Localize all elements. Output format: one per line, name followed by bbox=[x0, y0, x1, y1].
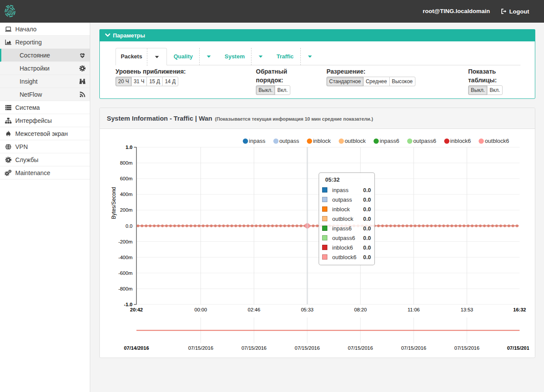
tooltip-series-name: outblock6 bbox=[332, 254, 363, 260]
gear-icon bbox=[79, 65, 86, 72]
tooltip-swatch bbox=[322, 245, 327, 250]
field-zoom-level: Уровень приближения: 20 Ч31 Ч15 Д14 Д bbox=[116, 67, 256, 95]
option-button[interactable]: Стандартное bbox=[326, 77, 364, 86]
legend-label: inpass bbox=[249, 138, 265, 144]
sidebar-item-netflow[interactable]: NetFlow bbox=[0, 88, 90, 101]
option-button[interactable]: Среднее bbox=[363, 77, 390, 86]
svg-text:-1.0: -1.0 bbox=[124, 302, 133, 307]
svg-text:07/15/2016: 07/15/2016 bbox=[507, 345, 529, 351]
option-button[interactable]: 20 Ч bbox=[116, 77, 132, 86]
list-icon bbox=[4, 104, 12, 111]
inverse-order-buttons: Выкл.Вкл. bbox=[256, 85, 326, 95]
tooltip-value: 0.0 bbox=[363, 254, 371, 260]
option-button[interactable]: Вкл. bbox=[487, 85, 503, 95]
tab-system-dropdown[interactable] bbox=[251, 48, 270, 65]
legend-item-inblock[interactable]: inblock bbox=[307, 138, 330, 144]
globe-icon bbox=[4, 143, 12, 150]
legend-item-outblock[interactable]: outblock bbox=[339, 138, 366, 144]
sidebar-item-reporting[interactable]: Reporting bbox=[0, 36, 90, 49]
cogs-icon bbox=[4, 169, 12, 176]
gear-icon bbox=[4, 156, 12, 163]
tooltip-series-name: inpass6 bbox=[332, 225, 363, 232]
show-tables-buttons: Выкл.Вкл. bbox=[468, 85, 535, 95]
area-chart-icon bbox=[4, 39, 12, 46]
legend-label: outblock bbox=[345, 138, 366, 144]
legend-item-outblock6[interactable]: outblock6 bbox=[479, 138, 509, 144]
resolution-buttons: СтандартноеСреднееВысокое bbox=[326, 77, 468, 86]
tooltip-series-name: inpass bbox=[332, 187, 363, 193]
option-button[interactable]: Выкл. bbox=[256, 85, 275, 95]
legend-label: outpass bbox=[279, 138, 299, 144]
sidebar-item-vpn[interactable]: VPN bbox=[0, 140, 90, 153]
parameters-panel-title: Параметры bbox=[113, 32, 145, 39]
logged-in-user: root@TING.localdomain bbox=[423, 0, 490, 23]
sidebar-item-maintenance[interactable]: Maintenance bbox=[0, 166, 90, 179]
tooltip-row-inblock: inblock0.0 bbox=[319, 204, 374, 214]
tooltip-value: 0.0 bbox=[363, 196, 371, 203]
option-button[interactable]: 14 Д bbox=[162, 77, 178, 86]
tooltip-series-name: inblock bbox=[332, 206, 363, 213]
tooltip-row-outblock: outblock0.0 bbox=[319, 214, 374, 223]
caret-down-icon bbox=[155, 56, 159, 58]
option-button[interactable]: Вкл. bbox=[275, 85, 290, 95]
field-resolution: Разрешение: СтандартноеСреднееВысокое bbox=[326, 67, 468, 95]
logout-button[interactable]: Logout bbox=[500, 0, 529, 23]
sidebar-item-interfaces[interactable]: Интерфейсы bbox=[0, 114, 90, 127]
caret-down-icon bbox=[207, 55, 211, 58]
tooltip-value: 0.0 bbox=[363, 206, 371, 213]
svg-text:07/15/2016: 07/15/2016 bbox=[188, 345, 214, 351]
legend-label: inblock6 bbox=[450, 138, 471, 144]
svg-text:07/15/2016: 07/15/2016 bbox=[454, 345, 479, 351]
svg-text:1.0: 1.0 bbox=[126, 145, 133, 150]
parameters-panel-header[interactable]: Параметры bbox=[99, 29, 535, 41]
sidebar-item-system[interactable]: Система bbox=[0, 101, 90, 114]
tooltip-swatch bbox=[322, 187, 327, 193]
laptop-icon bbox=[4, 26, 12, 33]
tooltip-value: 0.0 bbox=[363, 244, 371, 251]
legend-swatch bbox=[479, 139, 484, 144]
caret-down-icon bbox=[308, 55, 312, 58]
tooltip-series-name: outblock bbox=[332, 216, 363, 222]
chart-legend: inpassoutpassinblockoutblockinpass6outpa… bbox=[243, 138, 509, 144]
sidebar-item-services[interactable]: Службы bbox=[0, 153, 90, 166]
legend-item-outpass[interactable]: outpass bbox=[273, 138, 299, 144]
legend-item-inpass6[interactable]: inpass6 bbox=[374, 138, 399, 144]
y-axis-label: Bytes/Second bbox=[111, 155, 117, 251]
sidebar-item-health[interactable]: Состояние bbox=[0, 49, 90, 62]
sidebar-item-firewall[interactable]: Межсетевой экран bbox=[0, 127, 90, 140]
sidebar-item-settings[interactable]: Настройки bbox=[0, 62, 90, 75]
tooltip-row-inpass6: inpass60.0 bbox=[319, 223, 374, 233]
tab-packets[interactable]: Packets bbox=[116, 48, 167, 65]
field-inverse-order: Обратный порядок: Выкл.Вкл. bbox=[256, 67, 326, 95]
traffic-chart[interactable]: 1.0800m600m400m200m0.0-200m-400m-600m-80… bbox=[100, 129, 529, 358]
tooltip-row-inpass: inpass0.0 bbox=[319, 185, 374, 195]
field-show-tables: Показать таблицы: Выкл.Вкл. bbox=[468, 67, 535, 95]
tab-quality[interactable]: Quality bbox=[167, 48, 199, 65]
svg-text:-400m: -400m bbox=[118, 255, 133, 260]
legend-item-outpass6[interactable]: outpass6 bbox=[407, 138, 436, 144]
svg-text:0.0: 0.0 bbox=[126, 223, 133, 229]
option-button[interactable]: 31 Ч bbox=[131, 77, 147, 86]
svg-text:02:46: 02:46 bbox=[248, 307, 260, 312]
tab-quality-dropdown[interactable] bbox=[199, 48, 218, 65]
option-button[interactable]: 15 Д bbox=[146, 77, 163, 86]
sidebar-item-insight[interactable]: Insight bbox=[0, 75, 90, 88]
opnsense-logo-icon[interactable]: @ bbox=[4, 4, 16, 20]
chart-panel: System Information - Traffic | Wan (Пока… bbox=[99, 108, 535, 358]
legend-item-inblock6[interactable]: inblock6 bbox=[444, 138, 471, 144]
option-button[interactable]: Выкл. bbox=[468, 85, 487, 95]
legend-item-inpass[interactable]: inpass bbox=[243, 138, 265, 144]
tab-packets-dropdown[interactable] bbox=[147, 48, 167, 66]
tooltip-swatch bbox=[322, 254, 327, 260]
sidebar-item-home[interactable]: Начало bbox=[0, 23, 90, 36]
legend-swatch bbox=[339, 139, 344, 144]
fire-icon bbox=[4, 130, 12, 137]
svg-text:00:00: 00:00 bbox=[194, 307, 207, 312]
svg-text:-800m: -800m bbox=[118, 286, 133, 291]
tab-system[interactable]: System bbox=[218, 48, 251, 65]
option-button[interactable]: Высокое bbox=[389, 77, 415, 86]
tab-traffic[interactable]: Traffic bbox=[270, 48, 300, 65]
tab-traffic-dropdown[interactable] bbox=[300, 48, 319, 65]
svg-text:800m: 800m bbox=[120, 160, 133, 166]
svg-text:08:20: 08:20 bbox=[354, 307, 367, 312]
